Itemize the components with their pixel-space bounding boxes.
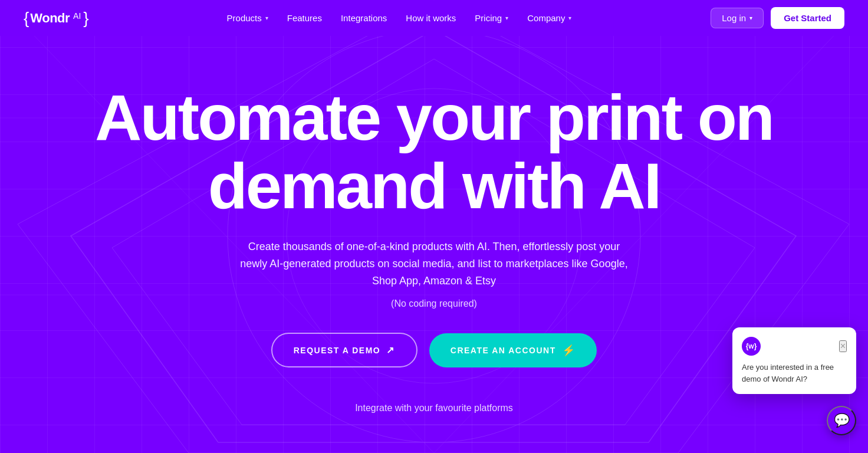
nav-integrations-label: Integrations <box>341 13 387 23</box>
chat-widget-header: {w} × <box>742 337 847 356</box>
navbar-nav: Products ▾ Features Integrations How it … <box>227 13 572 23</box>
brand-ai: AI <box>73 11 81 21</box>
brand-logo: { Wondr AI } <box>24 9 88 28</box>
nav-item-pricing[interactable]: Pricing ▾ <box>475 13 508 23</box>
nav-item-integrations[interactable]: Integrations <box>341 13 387 23</box>
request-demo-button[interactable]: REQUEST A DEMO ↗ <box>271 333 417 367</box>
close-icon: × <box>840 341 846 351</box>
integrate-text: Integrate with your favourite platforms <box>355 403 513 413</box>
hero-note: (No coding required) <box>391 298 477 309</box>
brand-curly-close: } <box>83 9 87 28</box>
nav-pricing-label: Pricing <box>475 13 502 23</box>
nav-products-label: Products <box>227 13 262 23</box>
brand-logo-link[interactable]: { Wondr AI } <box>24 9 88 28</box>
chat-icon: 💬 <box>834 413 850 428</box>
chat-avatar-text: {w} <box>746 342 757 350</box>
nav-item-how-it-works[interactable]: How it works <box>406 13 456 23</box>
nav-item-features[interactable]: Features <box>287 13 322 23</box>
login-button[interactable]: Log in ▾ <box>711 8 764 28</box>
navbar-actions: Log in ▾ Get Started <box>711 7 844 29</box>
hero-title: Automate your print on demand with AI <box>95 83 773 219</box>
nav-item-company[interactable]: Company ▾ <box>527 13 571 23</box>
chevron-down-icon: ▾ <box>265 15 268 21</box>
chat-message: Are you interested in a free demo of Won… <box>742 362 847 385</box>
nav-how-it-works-label: How it works <box>406 13 456 23</box>
chat-bubble-button[interactable]: 💬 <box>827 406 856 435</box>
brand-curly-open: { <box>24 9 28 28</box>
hero-title-line1: Automate your print on <box>95 81 773 153</box>
chat-widget: {w} × Are you interested in a free demo … <box>732 327 856 394</box>
hero-subtitle: Create thousands of one-of-a-kind produc… <box>234 238 634 289</box>
nav-item-products[interactable]: Products ▾ <box>227 13 268 23</box>
arrow-up-right-icon: ↗ <box>386 344 395 356</box>
hero-title-line2: demand with AI <box>208 149 660 222</box>
nav-company-label: Company <box>527 13 565 23</box>
chevron-down-icon-login: ▾ <box>749 15 752 21</box>
create-button-label: CREATE AN ACCOUNT <box>451 346 556 355</box>
get-started-button[interactable]: Get Started <box>771 7 844 29</box>
brand-name: Wondr <box>30 11 70 26</box>
chevron-down-icon-company: ▾ <box>568 15 571 21</box>
chat-avatar: {w} <box>742 337 761 356</box>
chat-close-button[interactable]: × <box>839 340 847 352</box>
hero-buttons: REQUEST A DEMO ↗ CREATE AN ACCOUNT ⚡ <box>271 333 597 367</box>
lightning-icon: ⚡ <box>562 344 576 357</box>
navbar: { Wondr AI } Products ▾ Features Integra… <box>0 0 868 36</box>
nav-features-label: Features <box>287 13 322 23</box>
get-started-label: Get Started <box>784 13 831 23</box>
demo-button-label: REQUEST A DEMO <box>294 346 381 355</box>
chevron-down-icon-pricing: ▾ <box>505 15 508 21</box>
create-account-button[interactable]: CREATE AN ACCOUNT ⚡ <box>429 333 597 367</box>
login-label: Log in <box>722 13 746 23</box>
